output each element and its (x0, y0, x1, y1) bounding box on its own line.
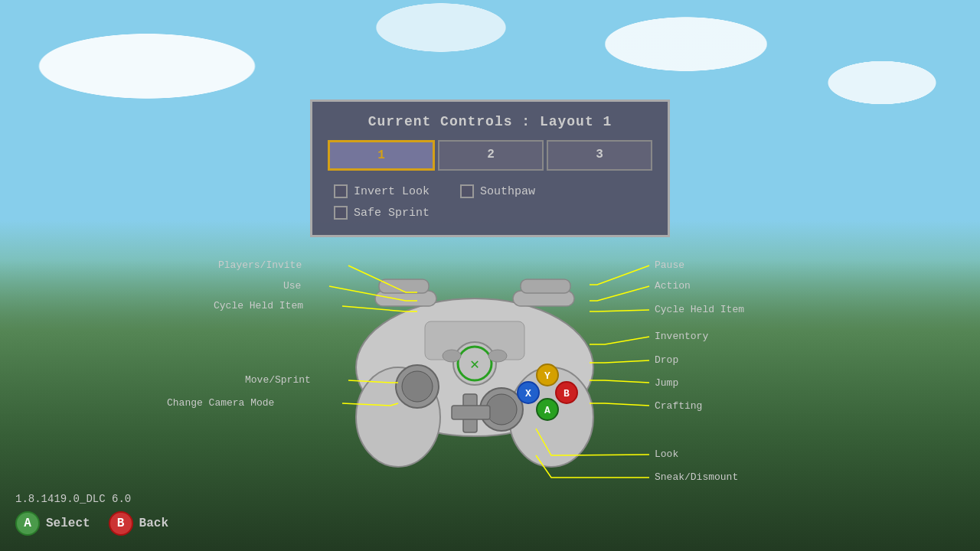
checkbox-southpaw-label: Southpaw (480, 185, 535, 198)
layout-tabs: 1 2 3 (328, 140, 652, 171)
checkbox-safe-sprint-label: Safe Sprint (354, 207, 430, 220)
checkbox-invert-look-label: Invert Look (354, 185, 430, 198)
label-players-invite: Players/Invite (218, 258, 302, 272)
tab-layout-2[interactable]: 2 (438, 140, 544, 171)
a-button-label: Select (46, 517, 90, 530)
checkbox-southpaw-box[interactable] (460, 184, 474, 198)
label-sneak-dismount: Sneak/Dismount (655, 470, 738, 484)
label-cycle-held-item-left: Cycle Held Item (214, 298, 303, 312)
checkbox-safe-sprint-box[interactable] (334, 206, 348, 220)
label-move-sprint: Move/Sprint (245, 373, 311, 386)
terrain-overlay (0, 260, 980, 551)
tab-layout-1[interactable]: 1 (328, 140, 435, 171)
a-button-icon: A (15, 511, 40, 536)
label-drop: Drop (655, 353, 678, 367)
label-pause: Pause (655, 258, 684, 272)
label-cycle-held-item-right: Cycle Held Item (655, 302, 744, 316)
label-action: Action (655, 279, 691, 292)
checkbox-row-1: Invert Look Southpaw (328, 184, 652, 198)
checkbox-southpaw[interactable]: Southpaw (460, 184, 535, 198)
b-button-icon: B (109, 511, 133, 536)
version-text: 1.8.1419.0_DLC 6.0 (15, 493, 131, 505)
button-hint-b: B Back (109, 511, 168, 536)
label-crafting: Crafting (655, 399, 702, 412)
label-inventory: Inventory (655, 329, 708, 343)
tab-layout-3[interactable]: 3 (547, 140, 652, 171)
b-button-label: Back (139, 517, 168, 530)
checkbox-safe-sprint[interactable]: Safe Sprint (334, 206, 430, 220)
checkbox-invert-look[interactable]: Invert Look (334, 184, 430, 198)
panel-title: Current Controls : Layout 1 (328, 114, 652, 129)
label-use: Use (283, 279, 301, 292)
checkbox-row-2: Safe Sprint (328, 206, 652, 220)
button-hints-bar: A Select B Back (15, 511, 168, 536)
label-change-camera-mode: Change Camera Mode (167, 396, 274, 409)
button-hint-a: A Select (15, 511, 90, 536)
checkbox-invert-look-box[interactable] (334, 184, 348, 198)
label-look: Look (655, 447, 678, 461)
label-jump: Jump (655, 376, 678, 390)
controls-panel: Current Controls : Layout 1 1 2 3 Invert… (310, 99, 670, 237)
